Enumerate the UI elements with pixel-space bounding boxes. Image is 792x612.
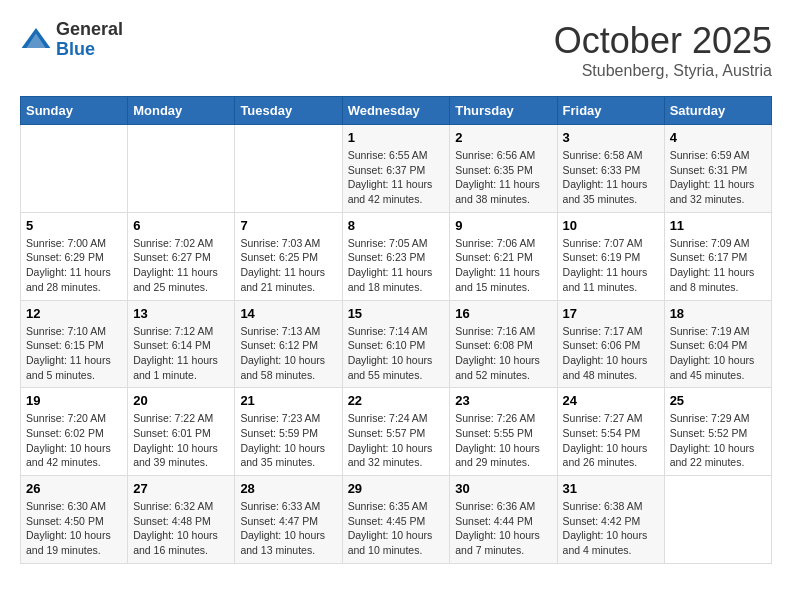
calendar-cell: 7Sunrise: 7:03 AM Sunset: 6:25 PM Daylig… [235, 212, 342, 300]
day-info: Sunrise: 6:59 AM Sunset: 6:31 PM Dayligh… [670, 148, 766, 207]
day-number: 8 [348, 218, 445, 233]
day-number: 4 [670, 130, 766, 145]
calendar-cell: 31Sunrise: 6:38 AM Sunset: 4:42 PM Dayli… [557, 476, 664, 564]
day-info: Sunrise: 7:05 AM Sunset: 6:23 PM Dayligh… [348, 236, 445, 295]
month-title: October 2025 [554, 20, 772, 62]
day-number: 23 [455, 393, 551, 408]
day-info: Sunrise: 7:22 AM Sunset: 6:01 PM Dayligh… [133, 411, 229, 470]
day-number: 19 [26, 393, 122, 408]
calendar-cell: 30Sunrise: 6:36 AM Sunset: 4:44 PM Dayli… [450, 476, 557, 564]
day-number: 21 [240, 393, 336, 408]
page-header: General Blue October 2025 Stubenberg, St… [20, 20, 772, 80]
day-number: 28 [240, 481, 336, 496]
calendar-week-row: 19Sunrise: 7:20 AM Sunset: 6:02 PM Dayli… [21, 388, 772, 476]
day-number: 13 [133, 306, 229, 321]
weekday-header-row: SundayMondayTuesdayWednesdayThursdayFrid… [21, 97, 772, 125]
calendar-week-row: 26Sunrise: 6:30 AM Sunset: 4:50 PM Dayli… [21, 476, 772, 564]
day-info: Sunrise: 7:00 AM Sunset: 6:29 PM Dayligh… [26, 236, 122, 295]
day-info: Sunrise: 6:33 AM Sunset: 4:47 PM Dayligh… [240, 499, 336, 558]
calendar-cell [235, 125, 342, 213]
day-info: Sunrise: 7:29 AM Sunset: 5:52 PM Dayligh… [670, 411, 766, 470]
weekday-header: Sunday [21, 97, 128, 125]
day-number: 24 [563, 393, 659, 408]
day-number: 14 [240, 306, 336, 321]
calendar-cell: 4Sunrise: 6:59 AM Sunset: 6:31 PM Daylig… [664, 125, 771, 213]
day-info: Sunrise: 6:56 AM Sunset: 6:35 PM Dayligh… [455, 148, 551, 207]
day-number: 27 [133, 481, 229, 496]
calendar-cell: 26Sunrise: 6:30 AM Sunset: 4:50 PM Dayli… [21, 476, 128, 564]
day-number: 16 [455, 306, 551, 321]
weekday-header: Monday [128, 97, 235, 125]
calendar-cell: 16Sunrise: 7:16 AM Sunset: 6:08 PM Dayli… [450, 300, 557, 388]
day-number: 2 [455, 130, 551, 145]
day-info: Sunrise: 6:58 AM Sunset: 6:33 PM Dayligh… [563, 148, 659, 207]
day-info: Sunrise: 7:06 AM Sunset: 6:21 PM Dayligh… [455, 236, 551, 295]
calendar-cell [128, 125, 235, 213]
day-info: Sunrise: 7:16 AM Sunset: 6:08 PM Dayligh… [455, 324, 551, 383]
day-number: 3 [563, 130, 659, 145]
calendar-cell: 5Sunrise: 7:00 AM Sunset: 6:29 PM Daylig… [21, 212, 128, 300]
day-info: Sunrise: 7:13 AM Sunset: 6:12 PM Dayligh… [240, 324, 336, 383]
day-info: Sunrise: 7:19 AM Sunset: 6:04 PM Dayligh… [670, 324, 766, 383]
day-number: 25 [670, 393, 766, 408]
day-number: 1 [348, 130, 445, 145]
calendar-cell: 13Sunrise: 7:12 AM Sunset: 6:14 PM Dayli… [128, 300, 235, 388]
calendar-cell: 25Sunrise: 7:29 AM Sunset: 5:52 PM Dayli… [664, 388, 771, 476]
weekday-header: Wednesday [342, 97, 450, 125]
logo-text: General Blue [56, 20, 123, 60]
logo-icon [20, 24, 52, 56]
day-number: 20 [133, 393, 229, 408]
calendar-cell: 18Sunrise: 7:19 AM Sunset: 6:04 PM Dayli… [664, 300, 771, 388]
day-info: Sunrise: 6:30 AM Sunset: 4:50 PM Dayligh… [26, 499, 122, 558]
calendar-cell: 12Sunrise: 7:10 AM Sunset: 6:15 PM Dayli… [21, 300, 128, 388]
day-info: Sunrise: 6:38 AM Sunset: 4:42 PM Dayligh… [563, 499, 659, 558]
day-number: 5 [26, 218, 122, 233]
day-number: 12 [26, 306, 122, 321]
day-info: Sunrise: 7:07 AM Sunset: 6:19 PM Dayligh… [563, 236, 659, 295]
calendar-cell: 15Sunrise: 7:14 AM Sunset: 6:10 PM Dayli… [342, 300, 450, 388]
calendar-cell: 6Sunrise: 7:02 AM Sunset: 6:27 PM Daylig… [128, 212, 235, 300]
calendar-cell [21, 125, 128, 213]
day-info: Sunrise: 7:27 AM Sunset: 5:54 PM Dayligh… [563, 411, 659, 470]
calendar-cell: 11Sunrise: 7:09 AM Sunset: 6:17 PM Dayli… [664, 212, 771, 300]
calendar-cell: 3Sunrise: 6:58 AM Sunset: 6:33 PM Daylig… [557, 125, 664, 213]
weekday-header: Tuesday [235, 97, 342, 125]
calendar-week-row: 12Sunrise: 7:10 AM Sunset: 6:15 PM Dayli… [21, 300, 772, 388]
day-number: 7 [240, 218, 336, 233]
day-info: Sunrise: 7:12 AM Sunset: 6:14 PM Dayligh… [133, 324, 229, 383]
day-number: 17 [563, 306, 659, 321]
calendar-cell: 17Sunrise: 7:17 AM Sunset: 6:06 PM Dayli… [557, 300, 664, 388]
calendar-week-row: 5Sunrise: 7:00 AM Sunset: 6:29 PM Daylig… [21, 212, 772, 300]
day-info: Sunrise: 7:14 AM Sunset: 6:10 PM Dayligh… [348, 324, 445, 383]
day-info: Sunrise: 7:03 AM Sunset: 6:25 PM Dayligh… [240, 236, 336, 295]
day-info: Sunrise: 6:35 AM Sunset: 4:45 PM Dayligh… [348, 499, 445, 558]
day-info: Sunrise: 7:09 AM Sunset: 6:17 PM Dayligh… [670, 236, 766, 295]
calendar-cell: 1Sunrise: 6:55 AM Sunset: 6:37 PM Daylig… [342, 125, 450, 213]
day-number: 22 [348, 393, 445, 408]
day-number: 15 [348, 306, 445, 321]
calendar-cell: 21Sunrise: 7:23 AM Sunset: 5:59 PM Dayli… [235, 388, 342, 476]
day-number: 11 [670, 218, 766, 233]
day-info: Sunrise: 7:10 AM Sunset: 6:15 PM Dayligh… [26, 324, 122, 383]
calendar-cell: 8Sunrise: 7:05 AM Sunset: 6:23 PM Daylig… [342, 212, 450, 300]
day-info: Sunrise: 6:36 AM Sunset: 4:44 PM Dayligh… [455, 499, 551, 558]
title-block: October 2025 Stubenberg, Styria, Austria [554, 20, 772, 80]
day-info: Sunrise: 7:23 AM Sunset: 5:59 PM Dayligh… [240, 411, 336, 470]
calendar-cell: 14Sunrise: 7:13 AM Sunset: 6:12 PM Dayli… [235, 300, 342, 388]
logo-blue: Blue [56, 39, 95, 59]
day-info: Sunrise: 6:55 AM Sunset: 6:37 PM Dayligh… [348, 148, 445, 207]
day-info: Sunrise: 7:24 AM Sunset: 5:57 PM Dayligh… [348, 411, 445, 470]
calendar-table: SundayMondayTuesdayWednesdayThursdayFrid… [20, 96, 772, 564]
calendar-cell [664, 476, 771, 564]
day-number: 6 [133, 218, 229, 233]
calendar-cell: 20Sunrise: 7:22 AM Sunset: 6:01 PM Dayli… [128, 388, 235, 476]
location-subtitle: Stubenberg, Styria, Austria [554, 62, 772, 80]
calendar-cell: 29Sunrise: 6:35 AM Sunset: 4:45 PM Dayli… [342, 476, 450, 564]
calendar-cell: 22Sunrise: 7:24 AM Sunset: 5:57 PM Dayli… [342, 388, 450, 476]
calendar-cell: 2Sunrise: 6:56 AM Sunset: 6:35 PM Daylig… [450, 125, 557, 213]
calendar-cell: 24Sunrise: 7:27 AM Sunset: 5:54 PM Dayli… [557, 388, 664, 476]
day-number: 31 [563, 481, 659, 496]
calendar-cell: 9Sunrise: 7:06 AM Sunset: 6:21 PM Daylig… [450, 212, 557, 300]
day-number: 18 [670, 306, 766, 321]
weekday-header: Thursday [450, 97, 557, 125]
